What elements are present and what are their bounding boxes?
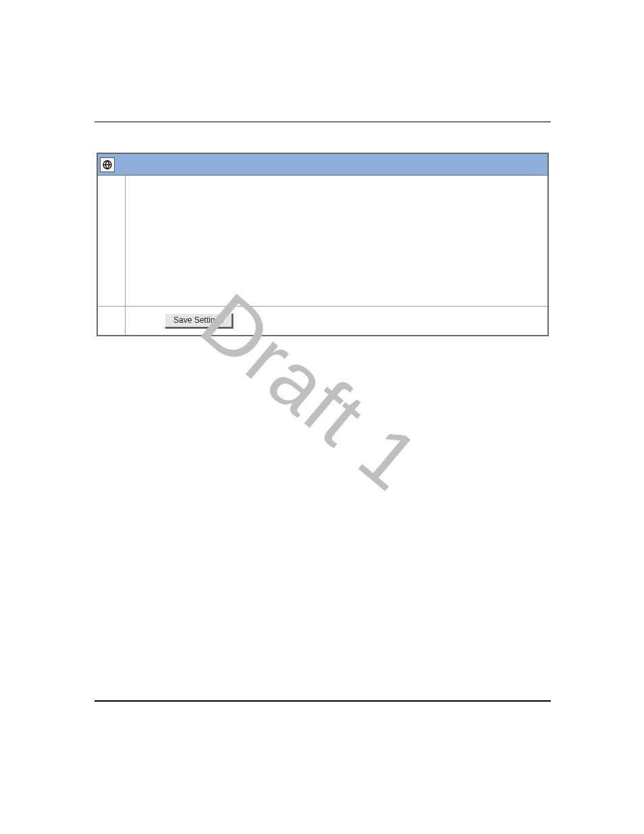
titlebar bbox=[98, 154, 547, 176]
dialog-main bbox=[126, 176, 547, 306]
page: Save Settings Draft 1 bbox=[0, 0, 644, 834]
dialog-window: Save Settings bbox=[97, 153, 549, 336]
save-settings-button[interactable]: Save Settings bbox=[165, 313, 233, 328]
dialog-body bbox=[98, 176, 547, 307]
globe-icon bbox=[100, 157, 115, 172]
dialog-footer: Save Settings bbox=[98, 307, 547, 335]
dialog-footer-left bbox=[98, 307, 126, 335]
dialog-sidebar bbox=[98, 176, 126, 306]
header-divider bbox=[95, 122, 551, 122]
footer-divider bbox=[95, 700, 551, 702]
dialog-footer-right: Save Settings bbox=[126, 307, 547, 335]
